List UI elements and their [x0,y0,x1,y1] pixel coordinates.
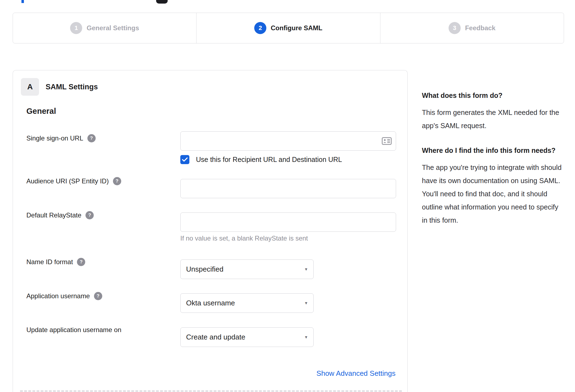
step-1-label: General Settings [87,24,139,32]
section-a-badge: A [21,78,39,96]
application-username-label: Application username [26,292,90,300]
update-app-username-select[interactable]: Create and update ▾ [180,327,314,347]
audience-uri-input[interactable] [180,179,396,198]
sso-url-label-row: Single sign-on URL ? [26,134,96,142]
default-relaystate-hint: If no value is set, a blank RelayState i… [180,234,308,242]
application-username-value: Okta username [186,299,235,307]
step-2-label: Configure SAML [271,24,322,32]
wizard-stepper: 1 General Settings 2 Configure SAML 3 Fe… [13,13,564,43]
sso-url-label: Single sign-on URL [26,134,83,142]
step-3-label: Feedback [465,24,496,32]
sidebar-body-text: The app you're trying to integrate with … [422,161,563,227]
configure-saml-page: 1 General Settings 2 Configure SAML 3 Fe… [0,0,575,392]
default-relaystate-input[interactable] [180,212,396,232]
help-icon[interactable]: ? [87,134,96,142]
show-advanced-settings-link[interactable]: Show Advanced Settings [316,369,396,378]
sidebar-section-where: Where do I find the info this form needs… [422,144,563,227]
audience-uri-label-row: Audience URI (SP Entity ID) ? [26,177,121,185]
help-icon[interactable]: ? [94,292,102,300]
sidebar-section-what: What does this form do? This form genera… [422,89,563,132]
audience-uri-label: Audience URI (SP Entity ID) [26,177,109,185]
name-id-format-label: Name ID format [26,258,73,266]
application-username-select[interactable]: Okta username ▾ [180,293,314,313]
update-app-username-value: Create and update [186,333,245,341]
application-username-label-row: Application username ? [26,292,102,300]
name-id-format-label-row: Name ID format ? [26,258,85,266]
step-feedback[interactable]: 3 Feedback [380,13,564,43]
sidebar-heading: What does this form do? [422,89,563,101]
recipient-url-checkbox-row: Use this for Recipient URL and Destinati… [180,155,342,164]
default-relaystate-label-row: Default RelayState ? [26,211,94,219]
step-2-number-badge: 2 [254,22,266,34]
sidebar-body-text: This form generates the XML needed for t… [422,106,563,132]
name-id-format-value: Unspecified [186,265,223,274]
name-id-format-select[interactable]: Unspecified ▾ [180,260,314,279]
caret-down-icon: ▾ [305,300,307,306]
clipped-header-fragment-blue [21,0,24,3]
caret-down-icon: ▾ [305,266,307,272]
help-sidebar: What does this form do? This form genera… [422,89,563,239]
help-icon[interactable]: ? [85,211,94,219]
help-icon[interactable]: ? [77,258,85,266]
step-1-number-badge: 1 [70,22,82,34]
recipient-url-checkbox-label[interactable]: Use this for Recipient URL and Destinati… [196,156,342,164]
step-configure-saml[interactable]: 2 Configure SAML [196,13,380,43]
caret-down-icon: ▾ [305,334,307,340]
sidebar-heading: Where do I find the info this form needs… [422,144,563,156]
checkmark-icon [182,157,188,162]
clipped-header-fragment-dark [156,0,168,4]
dashed-section-divider [20,390,402,392]
update-app-username-label-row: Update application username on [26,326,121,334]
section-title: SAML Settings [46,78,98,96]
sso-url-input[interactable] [180,131,396,151]
help-icon[interactable]: ? [113,177,121,185]
default-relaystate-label: Default RelayState [26,211,81,219]
recipient-url-checkbox[interactable] [180,155,189,164]
step-general-settings[interactable]: 1 General Settings [13,13,196,43]
update-app-username-label: Update application username on [26,326,121,334]
sso-url-input-wrap [180,131,396,151]
general-group-title: General [26,107,56,116]
step-3-number-badge: 3 [449,22,461,34]
saml-settings-panel: A SAML Settings General Single sign-on U… [13,70,408,392]
